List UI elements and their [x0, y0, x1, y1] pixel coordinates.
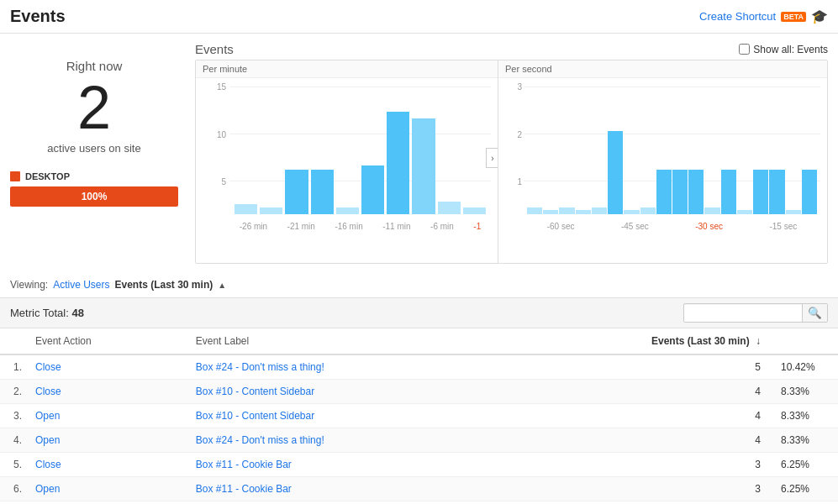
percent-cell: 8.33%: [771, 428, 838, 453]
per-second-bars: [524, 87, 820, 214]
action-link[interactable]: Close: [35, 361, 61, 373]
x-label: -45 sec: [621, 222, 649, 231]
y-label-5: 5: [203, 177, 226, 186]
bar: [656, 170, 672, 214]
action-link[interactable]: Open: [35, 434, 60, 446]
bar: [802, 170, 817, 214]
percent-cell: 8.33%: [771, 404, 838, 428]
show-all-toggle[interactable]: Show all: Events: [739, 44, 828, 55]
search-button[interactable]: 🔍: [802, 304, 827, 322]
x-label-active: -30 sec: [695, 222, 723, 231]
charts-panel: Events Show all: Events Per minute 15 10…: [195, 42, 828, 264]
per-minute-body: 15 10 5: [196, 78, 498, 263]
bar: [438, 202, 461, 214]
device-label: DESKTOP: [10, 171, 178, 181]
left-panel: Right now 2 active users on site DESKTOP…: [10, 42, 178, 264]
viewing-label: Viewing:: [10, 279, 48, 291]
y-label-1: 1: [505, 177, 522, 186]
label-header: Event Label: [186, 328, 498, 354]
viewing-bar: Viewing: Active Users Events (Last 30 mi…: [0, 272, 838, 298]
bar: [527, 207, 542, 214]
per-minute-bars: [229, 87, 491, 214]
events-header[interactable]: Events (Last 30 min) ↓: [498, 328, 771, 354]
x-label-active: -1: [473, 222, 481, 231]
search-box[interactable]: 🔍: [683, 303, 828, 323]
table-row: 6. Open Box #11 - Cookie Bar 3 6.25%: [0, 477, 838, 501]
y-label-2: 2: [505, 130, 522, 139]
metric-bar: Metric Total: 48 🔍: [0, 298, 838, 328]
table-row: 5. Close Box #11 - Cookie Bar 3 6.25%: [0, 453, 838, 477]
label-link[interactable]: Box #10 - Content Sidebar: [196, 386, 314, 397]
chart-expand-arrow[interactable]: ›: [486, 148, 498, 168]
action-link[interactable]: Close: [35, 459, 61, 470]
percent-cell: 8.33%: [771, 380, 838, 404]
action-cell: Close: [25, 354, 186, 380]
action-link[interactable]: Close: [35, 386, 61, 397]
action-cell: Open: [25, 428, 186, 453]
rank-cell: 6.: [0, 477, 25, 501]
rank-cell: 3.: [0, 404, 25, 428]
show-all-label: Show all: Events: [753, 44, 828, 55]
label-link[interactable]: Box #11 - Cookie Bar: [196, 483, 292, 495]
y-label-3: 3: [505, 82, 522, 92]
percent-header: [771, 328, 838, 354]
count-cell: 4: [498, 380, 771, 404]
rank-cell: 5.: [0, 453, 25, 477]
table-row: 4. Open Box #24 - Don't miss a thing! 4 …: [0, 428, 838, 453]
count-cell: 4: [498, 428, 771, 453]
bar: [753, 170, 768, 214]
bar: [559, 207, 574, 214]
label-link[interactable]: Box #24 - Don't miss a thing!: [196, 434, 324, 446]
charts-title: Events: [195, 42, 234, 56]
action-link[interactable]: Open: [35, 410, 60, 422]
bar: [640, 207, 656, 214]
progress-bar-text: 100%: [82, 191, 108, 202]
bar: [672, 170, 688, 214]
show-all-checkbox[interactable]: [739, 44, 750, 55]
active-users-count: 2: [10, 77, 178, 138]
count-cell: 4: [498, 404, 771, 428]
bar: [704, 207, 719, 214]
sort-arrow-icon: ↓: [756, 335, 761, 347]
header-actions: Create Shortcut BETA 🎓: [699, 8, 828, 24]
rank-cell: 1.: [0, 354, 25, 380]
label-cell: Box #11 - Cookie Bar: [186, 477, 498, 501]
bar: [688, 170, 704, 214]
per-second-label: Per second: [498, 60, 827, 78]
bar: [285, 170, 308, 214]
active-users-link[interactable]: Active Users: [53, 279, 109, 291]
metric-total: Metric Total: 48: [10, 307, 84, 319]
bar: [412, 118, 435, 214]
action-cell: Close: [25, 453, 186, 477]
x-label: -16 min: [335, 222, 362, 231]
progress-bar: 100%: [10, 186, 178, 207]
per-minute-label: Per minute: [196, 60, 498, 78]
bar: [592, 207, 607, 214]
bar: [608, 131, 623, 214]
label-cell: Box #10 - Content Sidebar: [186, 404, 498, 428]
per-minute-chart: Per minute 15 10 5: [196, 60, 498, 263]
rank-header: [0, 328, 25, 354]
y-label-10: 10: [203, 130, 226, 139]
create-shortcut-link[interactable]: Create Shortcut: [699, 10, 776, 23]
search-input[interactable]: [684, 305, 802, 322]
right-now-label: Right now: [10, 59, 178, 73]
events-tab[interactable]: Events (Last 30 min): [115, 279, 213, 291]
label-link[interactable]: Box #10 - Content Sidebar: [196, 410, 314, 422]
action-link[interactable]: Open: [35, 483, 60, 495]
beta-badge: BETA: [781, 12, 806, 22]
label-cell: Box #10 - Content Sidebar: [186, 380, 498, 404]
per-second-chart: Per second 3 2 1: [498, 60, 827, 263]
table-row: 3. Open Box #10 - Content Sidebar 4 8.33…: [0, 404, 838, 428]
rank-cell: 2.: [0, 380, 25, 404]
table-row: 2. Close Box #10 - Content Sidebar 4 8.3…: [0, 380, 838, 404]
label-link[interactable]: Box #11 - Cookie Bar: [196, 459, 292, 470]
label-link[interactable]: Box #24 - Don't miss a thing!: [196, 361, 324, 373]
table-container: Event Action Event Label Events (Last 30…: [0, 328, 838, 501]
page-title: Events: [10, 7, 66, 26]
page-header: Events Create Shortcut BETA 🎓: [0, 0, 838, 34]
main-content: Right now 2 active users on site DESKTOP…: [0, 34, 838, 272]
y-label-15: 15: [203, 82, 226, 92]
desktop-dot: [10, 171, 20, 181]
caret-up-icon: ▲: [218, 281, 226, 290]
